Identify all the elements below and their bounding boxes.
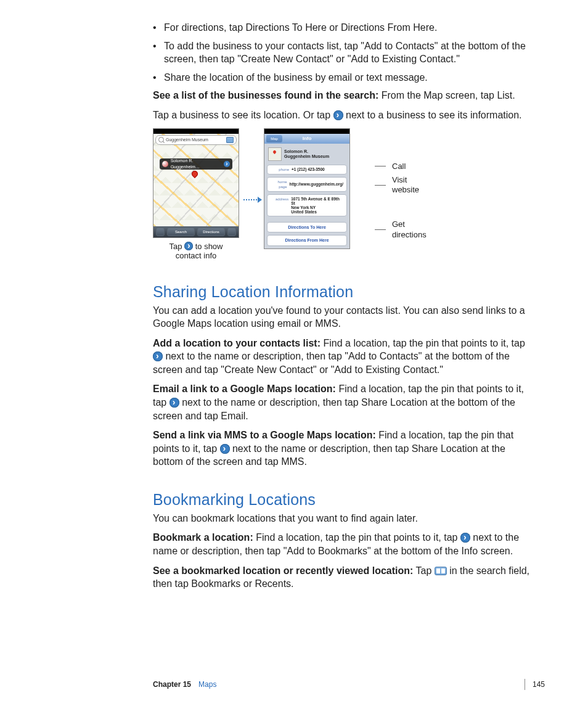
section-heading-bookmarking: Bookmarking Locations <box>153 490 533 511</box>
bullet-list: For directions, tap Directions To Here o… <box>153 21 533 84</box>
bullet-text: For directions, tap Directions To Here o… <box>164 22 437 33</box>
info-header: Solomon R. Guggenheim Museum <box>267 146 347 162</box>
row-value: http://www.guggenheim.org/ <box>290 182 344 186</box>
toolbar-search: Search <box>167 228 195 236</box>
footer-page-number: 145 <box>533 680 545 689</box>
disclosure-icon <box>220 444 230 454</box>
run: next to the name or description, then ta… <box>153 351 510 375</box>
info-body: Solomon R. Guggenheim Museum phone +1 (2… <box>264 144 349 248</box>
annot-text: Get directions <box>392 220 427 240</box>
locate-icon <box>156 228 165 236</box>
map-roads <box>153 134 239 226</box>
paragraph: Email a link to a Google Maps location: … <box>153 382 533 422</box>
row-label: phone <box>271 167 289 172</box>
leader-line <box>375 166 386 166</box>
pin-dot-icon <box>162 161 168 167</box>
run: Tap <box>169 242 185 251</box>
footer-chapter: Chapter 15 <box>153 680 191 689</box>
annot-call: Call <box>375 162 427 171</box>
section-heading-sharing: Sharing Location Information <box>153 282 533 303</box>
paragraph: See a list of the businesses found in th… <box>153 89 533 102</box>
statusbar <box>153 129 239 134</box>
annot-get: Get directions <box>375 220 427 240</box>
disclosure-icon <box>224 161 230 167</box>
list-item: For directions, tap Directions To Here o… <box>153 21 533 35</box>
map-callout: Solomon R. Guggenheim… <box>160 158 232 170</box>
row-label: address <box>271 197 288 202</box>
disclosure-icon <box>460 533 470 543</box>
paragraph: Send a link via MMS to a Google Maps loc… <box>153 429 533 469</box>
info-titlebar: Map Info <box>264 134 349 144</box>
toolbar-directions: Directions <box>197 228 225 236</box>
figure-caption: Tap to show contact info <box>153 242 239 261</box>
info-phone-row: phone +1 (212) 423-3500 <box>267 165 347 174</box>
run-bold: Bookmark a location: <box>153 532 253 543</box>
search-icon <box>158 137 164 142</box>
paragraph: Bookmark a location: Find a location, ta… <box>153 531 533 557</box>
map-screenshot: Guggenheim Museum Solomon R. Guggenheim…… <box>153 128 239 238</box>
run: Find a location, tap the pin that points… <box>321 338 525 348</box>
directions-from-button: Directions From Here <box>267 235 347 245</box>
footer-title: Maps <box>198 680 216 689</box>
row-label: home page <box>271 179 287 189</box>
info-name: Solomon R. Guggenheim Museum <box>284 149 329 158</box>
dotted-arrow-icon <box>243 197 262 202</box>
row-value: 1071 5th Avenue & E 89th St New York NY … <box>291 197 343 215</box>
paragraph: See a bookmarked location or recently vi… <box>153 564 533 591</box>
bullet-text: To add the business to your contacts lis… <box>164 41 526 65</box>
paragraph: Add a location to your contacts list: Fi… <box>153 337 533 377</box>
bookmarks-icon <box>226 137 234 143</box>
run-bold: Add a location to your contacts list: <box>153 338 321 348</box>
disclosure-icon <box>153 351 163 361</box>
run: Tap a business to see its location. Or t… <box>153 110 333 120</box>
run-bold: See a list of the businesses found in th… <box>153 90 378 101</box>
page-footer: Chapter 15 Maps 145 <box>153 679 545 690</box>
search-text: Guggenheim Museum <box>166 137 208 142</box>
annotation-column: Call Visit website Get directions <box>375 162 427 244</box>
run: next to a business to see its informatio… <box>343 110 522 120</box>
run: Tap <box>413 565 434 576</box>
run: From the Map screen, tap List. <box>378 90 515 101</box>
run: Find a location, tap the pin that points… <box>253 532 460 543</box>
leader-line <box>375 185 386 186</box>
bullet-text: Share the location of the business by em… <box>164 72 428 83</box>
list-item: Share the location of the business by em… <box>153 71 533 84</box>
disclosure-icon <box>333 110 343 120</box>
map-thumb-icon <box>268 147 282 161</box>
annot-text: Call <box>392 162 406 171</box>
info-address-row: address 1071 5th Avenue & E 89th St New … <box>267 194 347 217</box>
back-button: Map <box>266 135 282 142</box>
bookmarks-icon <box>435 567 447 575</box>
directions-to-button: Directions To Here <box>267 222 347 232</box>
map-canvas: Guggenheim Museum Solomon R. Guggenheim… <box>153 134 239 226</box>
map-screenshot-col: Guggenheim Museum Solomon R. Guggenheim…… <box>153 128 239 261</box>
btn-label: Directions From Here <box>285 237 329 243</box>
leader-line <box>375 229 386 230</box>
row-value: +1 (212) 423-3500 <box>292 167 325 171</box>
disclosure-icon <box>169 398 179 408</box>
map-toolbar: Search Directions <box>153 226 239 237</box>
figure: Guggenheim Museum Solomon R. Guggenheim…… <box>153 128 533 261</box>
page-curl-icon <box>227 228 236 236</box>
paragraph: You can bookmark locations that you want… <box>153 512 533 525</box>
run-bold: See a bookmarked location or recently vi… <box>153 565 413 576</box>
btn-label: Directions To Here <box>288 224 326 230</box>
info-screenshot: Map Info Solomon R. Guggenheim Museum ph… <box>264 128 350 249</box>
callout-text: Solomon R. Guggenheim… <box>171 158 222 170</box>
footer-rule <box>525 679 525 690</box>
paragraph: Tap a business to see its location. Or t… <box>153 109 533 122</box>
info-homepage-row: home page http://www.guggenheim.org/ <box>267 177 347 192</box>
paragraph: You can add a location you've found to y… <box>153 304 533 330</box>
run-bold: Send a link via MMS to a Google Maps loc… <box>153 430 376 440</box>
annot-visit: Visit website <box>375 175 427 195</box>
run: next to the name or description, then ta… <box>153 397 515 421</box>
run-bold: Email a link to a Google Maps location: <box>153 384 336 394</box>
disclosure-icon <box>184 242 193 250</box>
statusbar <box>264 129 349 134</box>
annot-text: Visit website <box>392 175 419 195</box>
list-item: To add the business to your contacts lis… <box>153 39 533 66</box>
body-content: For directions, tap Directions To Here o… <box>153 21 533 591</box>
map-search-field: Guggenheim Museum <box>155 135 237 145</box>
